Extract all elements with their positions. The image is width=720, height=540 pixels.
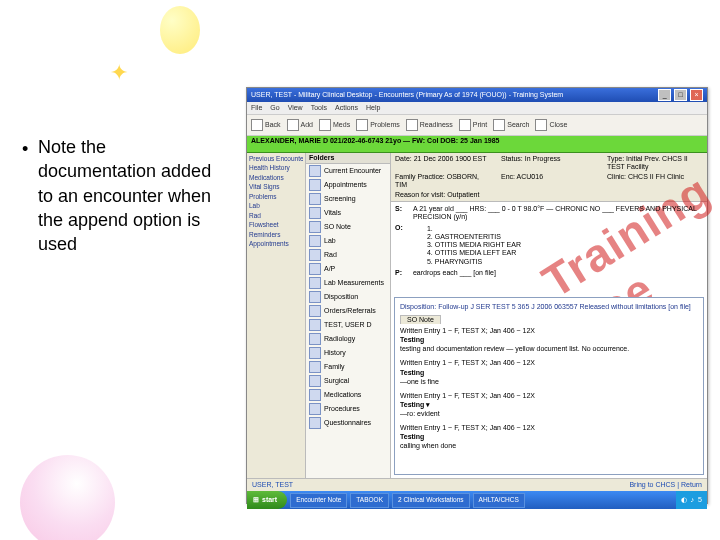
left-link[interactable]: Appointments — [249, 240, 303, 247]
info-type: Type: Initial Prev. CHCS II TEST Facilit… — [607, 155, 703, 171]
meds-icon — [319, 119, 331, 131]
nav-item[interactable]: SO Note — [306, 220, 390, 234]
left-link[interactable]: Medications — [249, 174, 303, 181]
nav-item[interactable]: Rad — [306, 248, 390, 262]
folder-icon — [309, 305, 321, 317]
entry-title: Testing — [400, 369, 698, 377]
slide-bullet: • Note the documentation added to an enc… — [22, 135, 222, 256]
nav-item[interactable]: Appointments — [306, 178, 390, 192]
menu-file[interactable]: File — [251, 104, 262, 112]
menu-bar: File Go View Tools Actions Help — [247, 102, 707, 115]
system-tray[interactable]: ◐ ♪ 5 — [676, 491, 707, 509]
taskbar-item[interactable]: TABOOK — [350, 493, 389, 508]
p-text: eardrops each ___ [on file] — [413, 269, 701, 277]
windows-logo-icon: ⊞ — [253, 496, 259, 504]
add-button[interactable]: Add — [287, 119, 313, 131]
s-label: S: — [395, 205, 411, 213]
main-pane: Date: 21 Dec 2006 1900 EST Status: In Pr… — [391, 153, 707, 478]
taskbar-item[interactable]: 2 Clinical Workstations — [392, 493, 470, 508]
nav-item[interactable]: Vitals — [306, 206, 390, 220]
subtab-so-note[interactable]: SO Note — [400, 315, 441, 324]
folder-icon — [309, 361, 321, 373]
start-button[interactable]: ⊞ start — [247, 491, 287, 509]
o-item: 1. — [427, 225, 701, 233]
screenshot-window: Training Use Only USER, TEST - Military … — [246, 87, 708, 504]
folder-icon — [309, 375, 321, 387]
decor-balloon-yellow — [160, 6, 200, 54]
readiness-button[interactable]: Readiness — [406, 119, 453, 131]
left-link[interactable]: Reminders — [249, 231, 303, 238]
problems-icon — [356, 119, 368, 131]
meds-button[interactable]: Meds — [319, 119, 350, 131]
patient-banner: ALEXANDER, MARIE D 021/202-46-6743 21yo … — [247, 136, 707, 153]
folder-icon — [309, 347, 321, 359]
left-shortcut-column: Previous Encounter Health History Medica… — [247, 153, 306, 478]
tray-icon[interactable]: ♪ — [691, 496, 695, 504]
menu-view[interactable]: View — [288, 104, 303, 112]
nav-item[interactable]: Procedures — [306, 402, 390, 416]
taskbar-item[interactable]: Encounter Note — [290, 493, 347, 508]
status-links[interactable]: Bring to CHCS | Return — [629, 481, 702, 489]
menu-tools[interactable]: Tools — [311, 104, 327, 112]
folder-icon — [309, 207, 321, 219]
p-label: P: — [395, 269, 411, 277]
back-button[interactable]: Back — [251, 119, 281, 131]
close-button[interactable]: Close — [535, 119, 567, 131]
o-item: 2. GASTROENTERITIS — [427, 233, 701, 241]
folder-icon — [309, 333, 321, 345]
left-link[interactable]: Problems — [249, 193, 303, 200]
entry-header: Written Entry 1 ~ F, TEST X; Jan 406 ~ 1… — [400, 392, 698, 400]
problems-button[interactable]: Problems — [356, 119, 400, 131]
nav-item[interactable]: Questionnaires — [306, 416, 390, 430]
left-link[interactable]: Lab — [249, 202, 303, 209]
taskbar-item[interactable]: AHLTA/CHCS — [473, 493, 525, 508]
nav-tab[interactable]: Folders — [306, 153, 390, 164]
minimize-button[interactable]: _ — [658, 89, 671, 101]
folder-icon — [309, 417, 321, 429]
bullet-dot-icon: • — [22, 137, 28, 161]
nav-item[interactable]: TEST, USER D — [306, 318, 390, 332]
nav-item[interactable]: Lab Measurements — [306, 276, 390, 290]
o-list: 1. 2. GASTROENTERITIS 3. OTITIS MEDIA RI… — [427, 225, 701, 265]
folder-icon — [309, 291, 321, 303]
nav-item[interactable]: Disposition — [306, 290, 390, 304]
left-link[interactable]: Health History — [249, 164, 303, 171]
menu-actions[interactable]: Actions — [335, 104, 358, 112]
appended-entry: Written Entry 1 ~ F, TEST X; Jan 406 ~ 1… — [400, 424, 698, 450]
person-icon — [309, 319, 321, 331]
folder-icon — [309, 277, 321, 289]
print-button[interactable]: Print — [459, 119, 487, 131]
nav-item[interactable]: Medications — [306, 388, 390, 402]
status-bar: USER, TEST Bring to CHCS | Return — [247, 478, 707, 491]
left-link[interactable]: Rad — [249, 212, 303, 219]
maximize-button[interactable]: □ — [674, 89, 687, 101]
menu-help[interactable]: Help — [366, 104, 380, 112]
tray-icon[interactable]: ◐ — [681, 496, 687, 504]
nav-item[interactable]: Orders/Referrals — [306, 304, 390, 318]
folder-icon — [309, 165, 321, 177]
readiness-icon — [406, 119, 418, 131]
info-reason: Reason for visit: Outpatient — [395, 191, 703, 199]
nav-item[interactable]: Screening — [306, 192, 390, 206]
s-text: A 21 year old ___ HRS: ___ 0 - 0 T 98.0°… — [413, 205, 701, 221]
nav-item[interactable]: A/P — [306, 262, 390, 276]
nav-item[interactable]: Current Encounter — [306, 164, 390, 178]
nav-item[interactable]: Family — [306, 360, 390, 374]
left-link[interactable]: Vital Signs — [249, 183, 303, 190]
entry-header: Written Entry 1 ~ F, TEST X; Jan 406 ~ 1… — [400, 424, 698, 432]
left-link[interactable]: Previous Encounter — [249, 155, 303, 162]
folder-icon — [309, 179, 321, 191]
left-link[interactable]: Flowsheet — [249, 221, 303, 228]
nav-item[interactable]: Radiology — [306, 332, 390, 346]
nav-item[interactable]: History — [306, 346, 390, 360]
nav-item[interactable]: Surgical — [306, 374, 390, 388]
back-icon — [251, 119, 263, 131]
search-button[interactable]: Search — [493, 119, 529, 131]
entry-title: Testing — [400, 433, 698, 441]
o-item: 3. OTITIS MEDIA RIGHT EAR — [427, 241, 701, 249]
window-buttons: _ □ × — [657, 89, 703, 101]
info-provider: Family Practice: OSBORN, TIM — [395, 173, 491, 189]
nav-item[interactable]: Lab — [306, 234, 390, 248]
close-window-button[interactable]: × — [690, 89, 703, 101]
menu-go[interactable]: Go — [270, 104, 279, 112]
